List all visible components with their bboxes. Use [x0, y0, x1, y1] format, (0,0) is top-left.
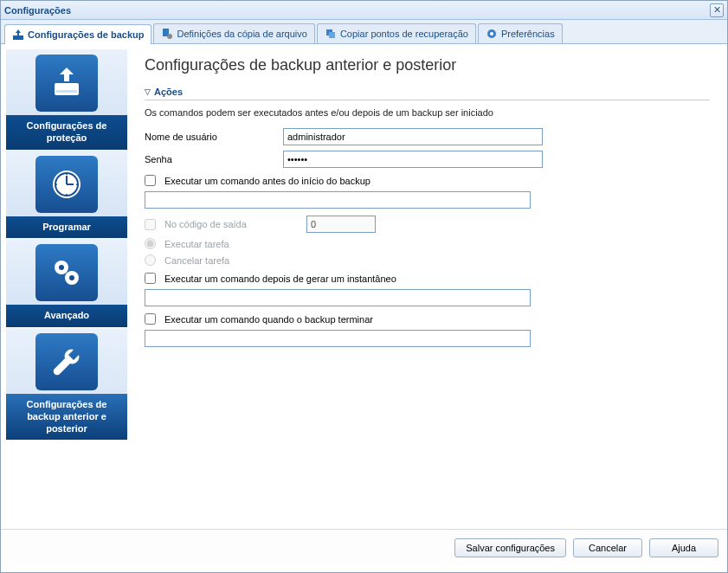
username-label: Nome de usuário	[145, 132, 283, 142]
svg-rect-7	[55, 83, 79, 95]
tab-label: Definições da cópia de arquivo	[177, 29, 306, 39]
window-title: Configurações	[4, 5, 71, 16]
exit-code-row: No código de saída	[145, 216, 710, 233]
clock-icon	[35, 156, 98, 213]
footer: Salvar configurações Cancelar Ajuda	[1, 529, 727, 565]
after-snapshot-command-field[interactable]	[145, 289, 531, 306]
exit-code-field	[306, 216, 376, 233]
run-before-checkbox[interactable]	[145, 175, 156, 186]
exit-code-label: No código de saída	[164, 219, 298, 229]
sidebar-item-label: Avançado	[6, 305, 127, 327]
svg-point-2	[167, 34, 172, 39]
after-backup-command-field[interactable]	[145, 330, 531, 347]
run-task-row: Executar tarefa	[145, 238, 710, 249]
workarea: Configurações de proteção Programar Avan…	[1, 44, 727, 529]
cancel-task-label: Cancelar tarefa	[164, 255, 229, 266]
tab-label: Preferências	[501, 29, 555, 39]
content: Configurações de backup anterior e poste…	[127, 49, 722, 524]
file-gear-icon	[161, 28, 173, 40]
svg-rect-4	[329, 32, 335, 38]
tab-file-copy[interactable]: Definições da cópia de arquivo	[153, 23, 314, 43]
svg-rect-8	[56, 90, 77, 93]
username-row: Nome de usuário	[145, 128, 710, 145]
sidebar-item-label: Configurações de backup anterior e poste…	[6, 394, 127, 440]
svg-rect-0	[13, 35, 23, 40]
run-after-snapshot-row: Executar um comando depois de gerar um i…	[145, 273, 710, 284]
run-after-snapshot-checkbox[interactable]	[145, 273, 156, 284]
svg-point-20	[69, 275, 74, 280]
run-task-label: Executar tarefa	[164, 239, 229, 249]
disk-download-icon	[12, 29, 24, 41]
run-after-backup-checkbox[interactable]	[145, 313, 156, 325]
sidebar-item-prepost[interactable]: Configurações de backup anterior e poste…	[6, 328, 127, 441]
copy-icon	[325, 28, 337, 40]
tabstrip: Configurações de backup Definições da có…	[1, 20, 727, 44]
password-label: Senha	[145, 154, 283, 164]
tab-preferences[interactable]: Preferências	[478, 23, 563, 43]
sidebar-item-advanced[interactable]: Avançado	[6, 239, 127, 328]
tab-label: Configurações de backup	[28, 29, 144, 40]
run-before-label: Executar um comando antes do início do b…	[164, 176, 370, 186]
password-row: Senha	[145, 151, 710, 168]
svg-point-15	[66, 194, 68, 196]
sidebar-item-label: Configurações de proteção	[6, 115, 127, 150]
section-description: Os comandos podem ser executados antes e…	[145, 107, 710, 118]
svg-point-14	[76, 183, 78, 185]
titlebar: Configurações ✕	[1, 1, 727, 20]
svg-point-16	[55, 183, 57, 185]
gear-icon	[486, 28, 498, 40]
svg-point-19	[59, 265, 64, 270]
sidebar-item-label: Programar	[6, 216, 127, 239]
run-before-row: Executar um comando antes do início do b…	[145, 175, 710, 186]
collapse-toggle-icon: ▽	[145, 87, 151, 96]
username-field[interactable]	[283, 128, 543, 145]
tab-backup-settings[interactable]: Configurações de backup	[4, 24, 151, 44]
sidebar: Configurações de proteção Programar Avan…	[6, 49, 127, 524]
section-header[interactable]: ▽ Ações	[145, 87, 710, 100]
cancel-button[interactable]: Cancelar	[573, 538, 642, 557]
page-title: Configurações de backup anterior e poste…	[145, 56, 710, 74]
tab-label: Copiar pontos de recuperação	[340, 29, 468, 39]
before-command-field[interactable]	[145, 191, 531, 209]
wrench-icon	[35, 333, 98, 390]
cancel-task-row: Cancelar tarefa	[145, 254, 710, 266]
sidebar-item-schedule[interactable]: Programar	[6, 151, 127, 240]
password-field[interactable]	[283, 151, 543, 168]
help-button[interactable]: Ajuda	[649, 538, 718, 557]
gears-icon	[35, 244, 98, 301]
cancel-task-radio	[145, 254, 156, 266]
run-after-backup-label: Executar um comando quando o backup term…	[164, 314, 373, 325]
svg-point-6	[490, 32, 493, 35]
save-button[interactable]: Salvar configurações	[454, 538, 566, 557]
run-task-radio	[145, 238, 156, 249]
close-button[interactable]: ✕	[710, 3, 724, 17]
run-after-backup-row: Executar um comando quando o backup term…	[145, 313, 710, 325]
close-icon: ✕	[713, 4, 721, 16]
sidebar-item-protection[interactable]: Configurações de proteção	[6, 49, 127, 151]
protection-icon	[35, 55, 98, 112]
svg-point-13	[66, 173, 68, 175]
tab-recovery-points[interactable]: Copiar pontos de recuperação	[317, 23, 476, 43]
exit-code-checkbox	[145, 219, 156, 230]
section-title: Ações	[154, 87, 183, 97]
run-after-snapshot-label: Executar um comando depois de gerar um i…	[164, 274, 396, 284]
